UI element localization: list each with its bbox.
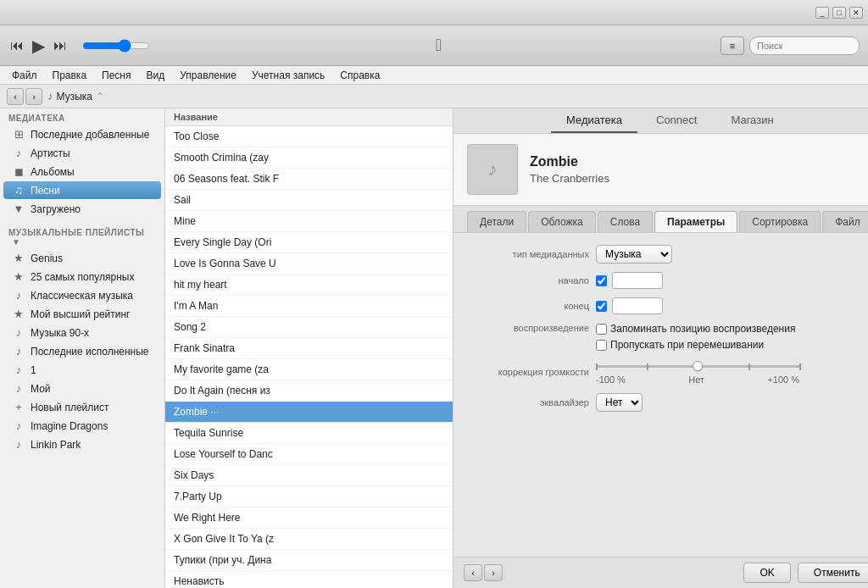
eq-select[interactable]: Нет xyxy=(596,393,643,412)
song-list-item[interactable]: Too Close xyxy=(165,126,453,147)
new-playlist-icon: + xyxy=(12,401,25,413)
title-bar-buttons: _ □ ✕ xyxy=(815,7,863,19)
start-time-input[interactable]: 0:10 xyxy=(612,272,663,289)
close-button[interactable]: ✕ xyxy=(849,7,863,19)
menu-help[interactable]: Справка xyxy=(333,68,387,83)
cancel-button[interactable]: Отменить xyxy=(798,563,868,583)
sidebar-item-my[interactable]: ♪ Мой xyxy=(3,380,161,397)
start-checkbox[interactable] xyxy=(596,275,607,286)
start-control: 0:10 xyxy=(596,272,663,289)
tab-cover[interactable]: Обложка xyxy=(528,211,596,232)
song-list-item[interactable]: Song 2 xyxy=(165,317,453,338)
sidebar-item-1[interactable]: ♪ 1 xyxy=(3,361,161,379)
sidebar-item-imagine-dragons[interactable]: ♪ Imagine Dragons xyxy=(3,417,161,435)
detail-nav-tab-store[interactable]: Магазин xyxy=(715,108,788,133)
menu-account[interactable]: Учетная запись xyxy=(245,68,331,83)
volume-correction-control: -100 % Нет +100 % xyxy=(596,359,799,385)
song-list-item[interactable]: Tequila Sunrise xyxy=(165,423,453,444)
volume-thumb[interactable] xyxy=(693,361,703,371)
song-list-item[interactable]: Mine xyxy=(165,211,453,232)
detail-panel: Медиатека Connect Магазин ♪ Zombie The C… xyxy=(453,108,868,588)
sidebar-label-recent-played: Последние исполненные xyxy=(31,346,149,358)
end-checkbox[interactable] xyxy=(596,301,607,312)
tab-file[interactable]: Файл xyxy=(822,211,868,232)
media-type-select[interactable]: Музыка xyxy=(596,245,672,263)
song-list-item[interactable]: Zombie ··· xyxy=(165,402,453,423)
menu-file[interactable]: Файл xyxy=(5,68,44,83)
sidebar-item-classical[interactable]: ♪ Классическая музыка xyxy=(3,286,161,304)
song-list-item[interactable]: 7.Party Up xyxy=(165,486,453,508)
skip-shuffle-checkbox[interactable] xyxy=(596,340,607,351)
song-list-item[interactable]: 06 Seasons feat. Stik F xyxy=(165,169,453,190)
song-list-item[interactable]: I'm A Man xyxy=(165,296,453,317)
title-bar: _ □ ✕ xyxy=(0,0,868,25)
remember-position-label[interactable]: Запоминать позицию воспроизведения xyxy=(596,323,795,335)
list-view-button[interactable]: ≡ xyxy=(721,36,744,55)
menu-edit[interactable]: Правка xyxy=(46,68,94,83)
sidebar-item-downloaded[interactable]: ▼ Загружено xyxy=(3,200,161,218)
song-list-item[interactable]: Lose Yourself to Danc xyxy=(165,444,453,465)
sidebar-item-genius[interactable]: ★ Genius xyxy=(3,249,161,267)
detail-prev-button[interactable]: ‹ xyxy=(464,564,482,581)
sidebar-item-artists[interactable]: ♪ Артисты xyxy=(3,144,161,162)
skip-shuffle-label[interactable]: Пропускать при перемешивании xyxy=(596,339,795,351)
tab-lyrics[interactable]: Слова xyxy=(598,211,653,232)
sidebar-item-recent[interactable]: ⊞ Последние добавленные xyxy=(3,125,161,143)
tab-sorting[interactable]: Сортировка xyxy=(739,211,821,232)
volume-track[interactable] xyxy=(596,359,799,373)
sidebar-item-new-playlist[interactable]: + Новый плейлист xyxy=(3,398,161,416)
sidebar-item-albums[interactable]: ◼ Альбомы xyxy=(3,163,161,180)
song-list-item[interactable]: Do It Again (песня из xyxy=(165,380,453,402)
song-list-item[interactable]: X Gon Give It To Ya (z xyxy=(165,529,453,550)
volume-slider[interactable] xyxy=(82,39,150,53)
detail-nav-tab-connect[interactable]: Connect xyxy=(641,108,712,133)
detail-nav-tab-library[interactable]: Медиатека xyxy=(551,108,637,133)
menu-view[interactable]: Вид xyxy=(140,68,172,83)
search-input[interactable] xyxy=(749,36,860,55)
sidebar-item-songs[interactable]: ♫ Песни xyxy=(3,181,161,199)
song-list-item[interactable]: Sail xyxy=(165,190,453,211)
playback-row: воспроизведение Запоминать позицию воспр… xyxy=(470,323,868,351)
sidebar-item-recent-played[interactable]: ♪ Последние исполненные xyxy=(3,342,161,360)
song-list-item[interactable]: Ненависть xyxy=(165,571,453,588)
ok-button[interactable]: OK xyxy=(743,563,790,583)
90s-icon: ♪ xyxy=(12,326,25,339)
maximize-button[interactable]: □ xyxy=(832,7,846,19)
song-list-item[interactable]: Love Is Gonna Save U xyxy=(165,253,453,275)
detail-next-button[interactable]: › xyxy=(484,564,503,581)
nav-arrows: ‹ › xyxy=(7,88,42,105)
prev-button[interactable]: ⏮ xyxy=(8,36,25,55)
minimize-button[interactable]: _ xyxy=(815,7,829,19)
sidebar-label-toprated: Мой высший рейтинг xyxy=(31,308,130,320)
song-list-item[interactable]: My favorite game (za xyxy=(165,359,453,380)
song-list-item[interactable]: Every Single Day (Ori xyxy=(165,232,453,253)
song-list-item[interactable]: Smooth Crimina (zay xyxy=(165,147,453,169)
volume-max-label: +100 % xyxy=(767,374,799,385)
song-list-item[interactable]: Frank Sinatra xyxy=(165,338,453,359)
menu-song[interactable]: Песня xyxy=(95,68,137,83)
sidebar: Медиатека ⊞ Последние добавленные ♪ Арти… xyxy=(0,108,165,588)
song-list-item[interactable]: hit my heart xyxy=(165,275,453,296)
remember-position-checkbox[interactable] xyxy=(596,324,607,335)
song-list-items: Too CloseSmooth Crimina (zay06 Seasons f… xyxy=(165,126,453,588)
sidebar-item-90s[interactable]: ♪ Музыка 90-х xyxy=(3,324,161,341)
menu-controls[interactable]: Управление xyxy=(173,68,243,83)
tab-details[interactable]: Детали xyxy=(467,211,526,232)
tab-params[interactable]: Параметры xyxy=(654,211,737,232)
apple-logo-icon:  xyxy=(436,36,442,55)
nav-forward-button[interactable]: › xyxy=(25,88,42,105)
nav-back-button[interactable]: ‹ xyxy=(7,88,24,105)
song-list-item[interactable]: Тупики (при уч. Дина xyxy=(165,550,453,571)
sidebar-item-top25[interactable]: ★ 25 самых популярных xyxy=(3,268,161,286)
volume-notch-4 xyxy=(748,363,750,370)
sidebar-label-albums: Альбомы xyxy=(31,166,75,178)
start-label: начало xyxy=(470,275,589,286)
volume-correction-label: коррекция громкости xyxy=(470,367,589,377)
song-list-item[interactable]: Six Days xyxy=(165,465,453,486)
play-button[interactable]: ▶ xyxy=(31,34,47,58)
sidebar-item-linkin-park[interactable]: ♪ Linkin Park xyxy=(3,435,161,453)
next-button[interactable]: ⏭ xyxy=(52,36,69,55)
end-time-input[interactable]: 0:50 xyxy=(612,297,663,314)
song-list-item[interactable]: We Right Here xyxy=(165,508,453,529)
sidebar-item-toprated[interactable]: ★ Мой высший рейтинг xyxy=(3,305,161,323)
